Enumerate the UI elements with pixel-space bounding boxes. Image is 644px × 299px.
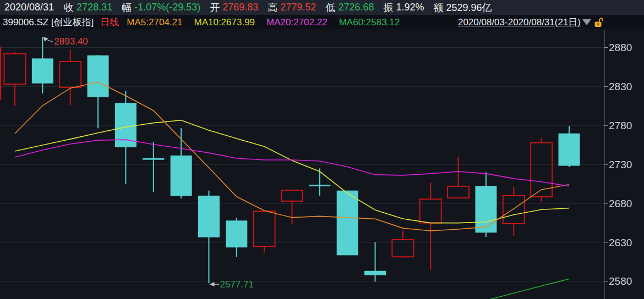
candle-down	[226, 220, 247, 247]
quote-field-turnover: 额 2529.96亿	[434, 1, 492, 14]
unlock-icon[interactable]	[594, 18, 603, 27]
field-value: 2779.52	[280, 2, 316, 13]
field-label: 振	[383, 1, 393, 14]
field-label: 额	[434, 1, 444, 14]
field-value: -1.07%(-29.53)	[134, 2, 200, 13]
field-label: 低	[325, 1, 335, 14]
candle-down	[143, 158, 164, 160]
quote-field-high: 高 2779.52	[268, 1, 316, 14]
candle-down	[559, 134, 580, 166]
quote-field-open: 开 2769.83	[210, 1, 258, 14]
y-axis-label: 2580	[609, 275, 632, 287]
prev-candle-edge	[0, 47, 1, 99]
quote-field-close: 收 2728.31	[64, 1, 112, 14]
field-label: 收	[64, 1, 74, 14]
quote-date: 2020/08/31	[4, 2, 54, 13]
quote-header: 2020/08/31 收 2728.31 幅 -1.07%(-29.53) 开 …	[0, 0, 644, 15]
ma-line-ma60	[486, 279, 569, 299]
legend-ma5: MA5:2704.21	[127, 17, 182, 28]
annotation-arrowhead	[43, 37, 48, 41]
quote-field-low: 低 2726.68	[325, 1, 374, 14]
y-axis-label: 2630	[609, 237, 632, 248]
stock-chart-app: 2020/08/31 收 2728.31 幅 -1.07%(-29.53) 开 …	[0, 0, 644, 299]
candle-up	[420, 199, 441, 223]
high-price-annotation: 2893.40	[54, 36, 88, 47]
field-label: 高	[268, 1, 277, 14]
candle-down	[198, 196, 220, 237]
y-axis-label: 2830	[609, 81, 632, 92]
symbol-name: 399006.SZ [创业板指]	[3, 16, 94, 29]
y-axis-label: 2780	[609, 120, 632, 131]
candle-down	[309, 185, 330, 186]
candle-up	[503, 196, 525, 224]
field-label: 开	[210, 1, 220, 14]
candle-up	[254, 211, 275, 246]
chart-toolbar: 399006.SZ [创业板指] 日线 MA5:2704.21 MA10:267…	[0, 15, 644, 30]
candle-down	[364, 271, 386, 275]
candle-down	[171, 156, 192, 196]
field-value: 2726.68	[338, 2, 374, 13]
date-range-control[interactable]: 2020/08/03-2020/08/31(21日)	[458, 15, 603, 30]
quote-field-change: 幅 -1.07%(-29.53)	[122, 1, 200, 14]
field-value: 1.92%	[396, 2, 424, 13]
period-label[interactable]: 日线	[100, 16, 119, 29]
y-axis-label: 2680	[609, 198, 632, 209]
candle-down	[88, 56, 109, 97]
legend-ma60: MA60:2583.12	[339, 17, 400, 28]
field-label: 幅	[122, 1, 132, 14]
y-axis-label: 2730	[609, 159, 632, 170]
field-value: 2529.96亿	[446, 1, 492, 14]
candle-up	[531, 143, 552, 197]
field-value: 2728.31	[77, 2, 112, 13]
low-price-annotation: 2577.71	[220, 279, 253, 290]
legend-ma10: MA10:2673.99	[194, 17, 255, 28]
chevron-down-icon[interactable]	[582, 19, 591, 25]
annotation-arrowhead	[209, 282, 214, 286]
date-range-text[interactable]: 2020/08/03-2020/08/31(21日)	[458, 16, 581, 29]
field-value: 2769.83	[222, 2, 258, 13]
candle-up	[4, 54, 26, 84]
quote-field-amplitude: 振 1.92%	[383, 1, 424, 14]
candle-up	[59, 62, 81, 87]
candle-up	[281, 190, 303, 201]
candle-down	[32, 58, 53, 83]
candle-up	[447, 186, 469, 198]
candle-down	[337, 191, 358, 256]
candle-down	[475, 186, 496, 232]
price-chart-canvas[interactable]: 28802830278027302680263025802893.402577.…	[0, 30, 644, 299]
y-axis-label: 2880	[609, 42, 632, 53]
legend-ma20: MA20:2702.22	[266, 17, 328, 28]
